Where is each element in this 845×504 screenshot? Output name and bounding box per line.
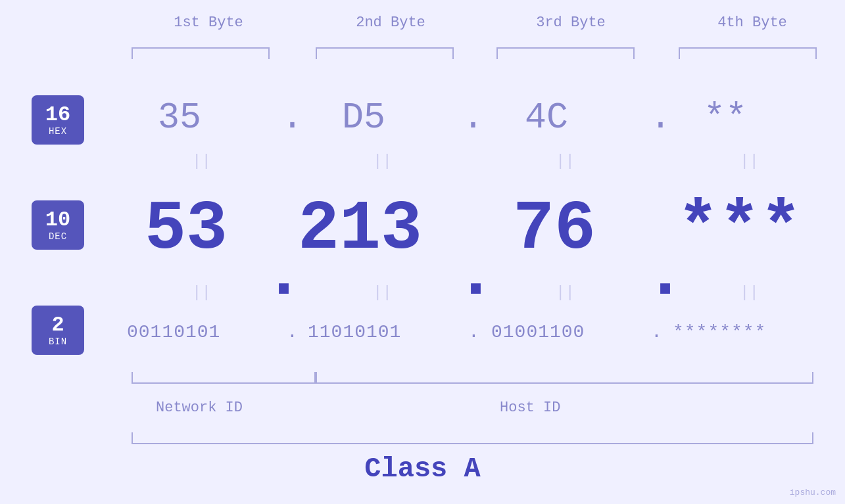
network-id-label: Network ID xyxy=(156,400,243,416)
hex-badge-num: 16 xyxy=(45,103,70,126)
dec-value-4: *** xyxy=(677,191,802,269)
hex-dot-1: . xyxy=(281,97,303,139)
bin-dot-2: . xyxy=(468,322,479,342)
dec-badge: 10 DEC xyxy=(32,200,84,250)
top-bracket-1 xyxy=(132,47,270,59)
byte-header-3: 3rd Byte xyxy=(498,14,643,31)
bin-badge-label: BIN xyxy=(49,336,67,347)
bin-value-1: 00110101 xyxy=(127,322,220,342)
host-id-label: Host ID xyxy=(500,400,560,416)
top-bracket-3 xyxy=(496,47,635,59)
dec-dot-2: . xyxy=(455,237,496,315)
dec-value-2: 213 xyxy=(298,191,422,269)
eq-hex-2: || xyxy=(373,152,392,170)
bin-dot-3: . xyxy=(651,322,662,342)
hex-value-4: ** xyxy=(704,97,747,139)
byte-header-1: 1st Byte xyxy=(136,14,281,31)
class-a-label: Class A xyxy=(0,453,845,485)
hex-value-2: D5 xyxy=(342,97,385,139)
dec-badge-num: 10 xyxy=(45,208,70,231)
byte-header-2: 2nd Byte xyxy=(318,14,463,31)
class-a-bracket xyxy=(132,432,813,444)
top-bracket-2 xyxy=(316,47,454,59)
byte-header-4: 4th Byte xyxy=(680,14,825,31)
hex-badge-label: HEX xyxy=(49,126,67,137)
dec-badge-label: DEC xyxy=(49,231,67,242)
bin-value-2: 11010101 xyxy=(308,322,401,342)
eq-dec-1: || xyxy=(192,284,211,302)
main-layout: 1st Byte 2nd Byte 3rd Byte 4th Byte 16 H… xyxy=(0,0,845,504)
eq-hex-4: || xyxy=(740,152,759,170)
bin-value-3: 01001100 xyxy=(491,322,585,342)
dec-value-3: 76 xyxy=(513,191,596,269)
eq-dec-3: || xyxy=(556,284,575,302)
host-id-bracket xyxy=(316,372,813,384)
hex-value-1: 35 xyxy=(158,97,201,139)
bin-dot-1: . xyxy=(287,322,298,342)
top-bracket-4 xyxy=(679,47,817,59)
network-id-bracket xyxy=(132,372,316,384)
eq-dec-4: || xyxy=(740,284,759,302)
bin-badge-num: 2 xyxy=(51,313,64,336)
bin-value-4: ******** xyxy=(673,322,766,342)
eq-hex-1: || xyxy=(192,152,211,170)
hex-badge: 16 HEX xyxy=(32,95,84,145)
hex-dot-3: . xyxy=(650,97,671,139)
dec-value-1: 53 xyxy=(145,191,228,269)
hex-value-3: 4C xyxy=(525,97,568,139)
bin-badge: 2 BIN xyxy=(32,306,84,355)
hex-dot-2: . xyxy=(462,97,484,139)
eq-hex-3: || xyxy=(556,152,575,170)
eq-dec-2: || xyxy=(373,284,392,302)
watermark: ipshu.com xyxy=(790,488,836,497)
